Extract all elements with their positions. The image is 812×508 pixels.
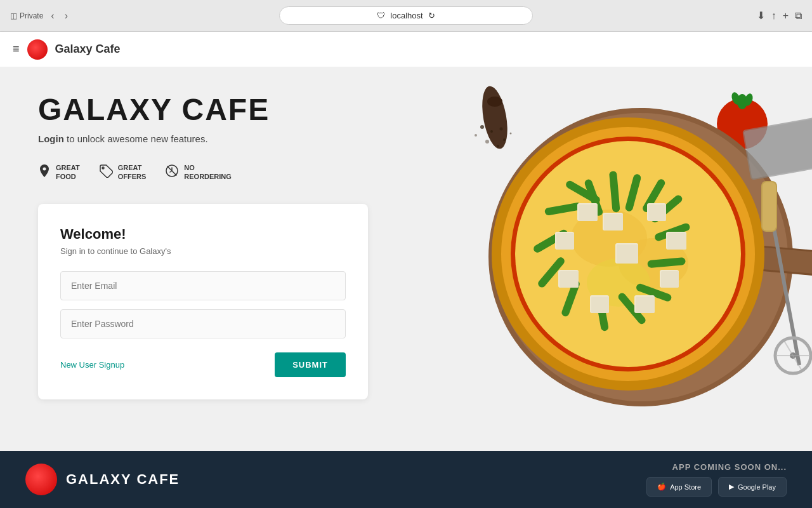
download-icon[interactable]: ⬇ bbox=[757, 10, 765, 22]
url-text: localhost bbox=[390, 11, 422, 20]
svg-point-3 bbox=[480, 125, 484, 129]
features-row: GREAT FOOD GREAT OFFERS bbox=[38, 163, 425, 182]
password-input[interactable] bbox=[60, 309, 346, 338]
svg-point-7 bbox=[510, 133, 512, 135]
browser-chrome: ◫ Private ‹ › 🛡 localhost ↻ ⬇ ↑ + ⧉ bbox=[0, 0, 812, 32]
svg-rect-50 bbox=[636, 297, 655, 313]
footer-logo-icon bbox=[25, 464, 57, 495]
location-icon bbox=[38, 164, 51, 181]
back-button[interactable]: ‹ bbox=[48, 9, 56, 23]
private-mode-indicator: ◫ Private bbox=[10, 11, 43, 20]
hero-subtitle: Login to unlock awesome new features. bbox=[38, 133, 425, 144]
tabs-icon[interactable]: ⧉ bbox=[795, 10, 802, 22]
app-container: ≡ Galaxy Cafe GALAXY CAFE Login to unloc… bbox=[0, 32, 812, 508]
svg-rect-58 bbox=[579, 204, 598, 221]
svg-rect-46 bbox=[667, 233, 686, 250]
private-label: Private bbox=[20, 11, 43, 20]
reload-icon: ↻ bbox=[428, 11, 435, 20]
browser-right: ⬇ ↑ + ⧉ bbox=[726, 10, 802, 22]
svg-rect-42 bbox=[604, 214, 623, 231]
shield-icon: 🛡 bbox=[377, 11, 385, 20]
feature-great-food: GREAT FOOD bbox=[38, 163, 80, 182]
footer: GALAXY CAFE APP COMING SOON ON... 🍎 App … bbox=[0, 451, 812, 508]
tag-icon bbox=[99, 164, 113, 181]
left-panel: GALAXY CAFE Login to unlock awesome new … bbox=[0, 67, 463, 451]
share-icon[interactable]: ↑ bbox=[771, 10, 776, 22]
svg-rect-67 bbox=[763, 182, 776, 231]
svg-point-10 bbox=[497, 145, 499, 147]
signup-link[interactable]: New User Signup bbox=[60, 360, 124, 370]
svg-point-9 bbox=[485, 140, 489, 144]
subtitle-rest: to unlock awesome new features. bbox=[64, 133, 208, 144]
svg-rect-52 bbox=[591, 297, 609, 313]
address-bar-container: 🛡 localhost ↻ bbox=[94, 6, 718, 25]
brand-name: Galaxy Cafe bbox=[55, 43, 121, 56]
login-bold: Login bbox=[38, 133, 64, 144]
new-tab-icon[interactable]: + bbox=[783, 10, 789, 22]
great-food-text: GREAT FOOD bbox=[56, 163, 80, 182]
navbar: ≡ Galaxy Cafe bbox=[0, 32, 812, 67]
svg-rect-44 bbox=[648, 204, 666, 221]
footer-brand: GALAXY CAFE bbox=[25, 464, 180, 495]
card-subtitle: Sign in to continue to Galaxy's bbox=[60, 246, 346, 256]
hamburger-menu-icon[interactable]: ≡ bbox=[13, 43, 20, 56]
svg-point-5 bbox=[500, 128, 503, 131]
feature-no-reordering: NO REORDERING bbox=[165, 163, 232, 182]
card-title: Welcome! bbox=[60, 226, 346, 243]
app-store-button[interactable]: 🍎 App Store bbox=[646, 477, 712, 497]
svg-point-6 bbox=[475, 134, 477, 137]
svg-point-2 bbox=[487, 97, 502, 107]
svg-rect-60 bbox=[617, 244, 638, 264]
svg-rect-56 bbox=[556, 233, 574, 250]
svg-point-4 bbox=[490, 130, 493, 133]
feature-great-offers: GREAT OFFERS bbox=[99, 163, 147, 182]
great-offers-text: GREAT OFFERS bbox=[118, 163, 147, 182]
clock-icon bbox=[165, 164, 179, 181]
apple-icon: 🍎 bbox=[657, 483, 666, 491]
login-card: Welcome! Sign in to continue to Galaxy's… bbox=[38, 204, 368, 399]
address-bar[interactable]: 🛡 localhost ↻ bbox=[279, 6, 533, 25]
svg-point-1 bbox=[478, 84, 512, 151]
play-icon: ▶ bbox=[729, 483, 734, 491]
logo-icon bbox=[27, 39, 48, 60]
app-coming-label: APP COMING SOON ON... bbox=[646, 462, 787, 472]
google-play-button[interactable]: ▶ Google Play bbox=[718, 477, 787, 497]
hero-title: GALAXY CAFE bbox=[38, 92, 425, 127]
footer-brand-title: GALAXY CAFE bbox=[66, 471, 180, 488]
email-input[interactable] bbox=[60, 271, 346, 300]
browser-left: ◫ Private ‹ › bbox=[10, 9, 86, 23]
svg-rect-48 bbox=[661, 271, 679, 288]
no-reordering-text: NO REORDERING bbox=[184, 163, 232, 182]
forward-button[interactable]: › bbox=[62, 9, 70, 23]
main-content: GALAXY CAFE Login to unlock awesome new … bbox=[0, 67, 812, 451]
svg-point-8 bbox=[503, 138, 506, 141]
eye-icon: ◫ bbox=[10, 11, 17, 20]
svg-rect-54 bbox=[560, 271, 579, 288]
form-actions: New User Signup SUBMIT bbox=[60, 352, 346, 377]
footer-right: APP COMING SOON ON... 🍎 App Store ▶ Goog… bbox=[646, 462, 787, 497]
submit-button[interactable]: SUBMIT bbox=[275, 352, 346, 377]
store-buttons: 🍎 App Store ▶ Google Play bbox=[646, 477, 787, 497]
